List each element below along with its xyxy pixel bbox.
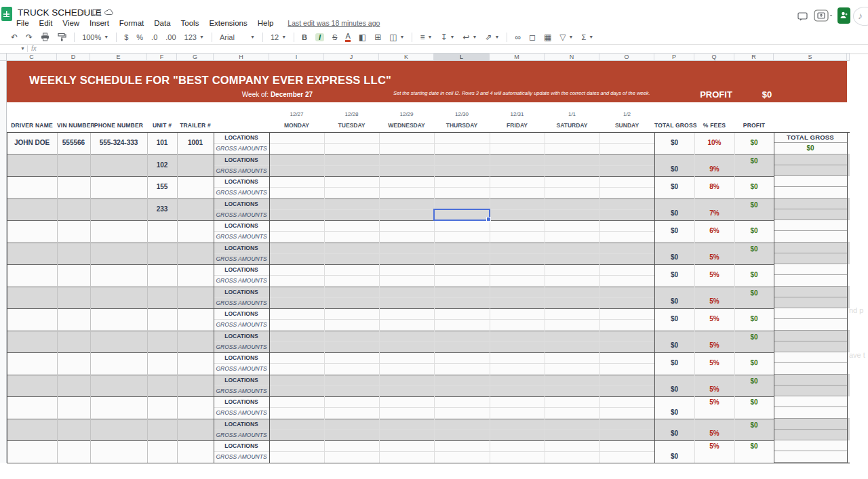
- selected-cell[interactable]: [433, 209, 490, 221]
- cell-right-total-gross-empty[interactable]: [774, 297, 847, 308]
- cell-right-total-gross-empty[interactable]: [774, 209, 847, 220]
- header-date-tuesday: 12/28: [324, 111, 379, 118]
- header-day-saturday: SATURDAY: [545, 121, 599, 130]
- cell-right-total-gross-empty[interactable]: [774, 253, 847, 264]
- column-header-L[interactable]: L: [434, 53, 490, 61]
- cell-right-total-gross-empty[interactable]: [774, 308, 847, 319]
- column-header-D[interactable]: D: [57, 53, 90, 61]
- cell-total-gross: $0: [654, 308, 694, 331]
- cell-right-total-gross-empty[interactable]: [774, 430, 847, 440]
- cell-profit: $0: [734, 332, 774, 342]
- cell-right-total-gross-empty[interactable]: [774, 375, 847, 386]
- cell-right-total-gross-empty[interactable]: [774, 440, 847, 451]
- column-header-I[interactable]: I: [269, 53, 324, 61]
- cell-right-total-gross-empty[interactable]: [774, 243, 847, 253]
- gridline: [90, 132, 91, 463]
- header-date-friday: 12/31: [490, 111, 545, 118]
- gridline: [7, 199, 847, 199]
- row-header-strip[interactable]: [0, 61, 7, 463]
- column-header-E[interactable]: E: [90, 53, 147, 61]
- cell-profit: $0: [734, 132, 774, 154]
- cell-right-total-gross-empty[interactable]: [774, 199, 847, 209]
- selection-fill-handle[interactable]: [486, 217, 491, 222]
- header-date-sunday: 1/2: [599, 111, 654, 118]
- header-day-friday: FRIDAY: [490, 121, 545, 130]
- gridline: [654, 132, 655, 463]
- week-of-label: Week of:: [242, 91, 269, 98]
- cell-profit: $0: [734, 220, 774, 243]
- week-of-value: December 27: [271, 91, 313, 98]
- cell-right-total-gross-header[interactable]: TOTAL GROSS: [774, 132, 847, 143]
- cell-gross-amounts-label: GROSS AMOUNTS: [214, 386, 269, 396]
- cell-gross-amounts-label: GROSS AMOUNTS: [214, 165, 269, 176]
- cell-locations-label: LOCATIONS: [214, 440, 269, 451]
- cell-right-total-gross-empty[interactable]: [774, 451, 847, 462]
- gridline: [57, 132, 58, 463]
- cell-right-total-gross-empty[interactable]: [774, 176, 847, 187]
- cell-total-gross: $0: [654, 451, 694, 462]
- cell-right-total-gross-empty[interactable]: [774, 396, 847, 407]
- cell-locations-label: LOCATIONS: [214, 199, 269, 209]
- cell-right-total-gross-empty[interactable]: [774, 220, 847, 231]
- column-header-F[interactable]: F: [147, 53, 177, 61]
- cell-locations-label: LOCATIONS: [214, 308, 269, 319]
- spreadsheet-grid: CDEFGHIJKLMNOPQRSWEEKLY SCHEDULE FOR "BE…: [0, 0, 868, 479]
- gridline: [7, 264, 847, 265]
- column-header-M[interactable]: M: [490, 53, 545, 61]
- cell-gross-amounts-label: GROSS AMOUNTS: [214, 297, 269, 308]
- cell-total-gross: $0: [654, 296, 694, 306]
- column-header-R[interactable]: R: [734, 53, 774, 61]
- cell-right-total-gross-empty[interactable]: [774, 154, 847, 165]
- cell-unit-number: 233: [147, 199, 177, 221]
- gridline: [7, 463, 850, 463]
- column-header-N[interactable]: N: [545, 53, 599, 61]
- cell-profit: $0: [734, 288, 774, 298]
- banner-note: Set the starting date in cell I2. Rows 3…: [393, 89, 624, 97]
- cell-right-total-gross-empty[interactable]: [774, 287, 847, 297]
- cell-right-total-gross-empty[interactable]: [774, 407, 847, 418]
- gridline: [7, 352, 847, 353]
- banner-week-of: Week of: December 27: [210, 90, 345, 99]
- cell-right-total-gross-empty[interactable]: [774, 352, 847, 363]
- gridline: [545, 132, 545, 463]
- cell-right-total-gross-empty[interactable]: [774, 275, 847, 286]
- column-header-G[interactable]: G: [177, 53, 214, 61]
- cell-profit: $0: [734, 352, 774, 375]
- cell-right-total-gross-empty[interactable]: [774, 419, 847, 430]
- column-header-P[interactable]: P: [654, 53, 694, 61]
- banner-profit-label: PROFIT: [688, 89, 745, 101]
- cell-right-total-gross-empty[interactable]: [774, 386, 847, 396]
- cell-right-total-gross-empty[interactable]: [774, 264, 847, 275]
- cell-right-total-gross-empty[interactable]: [774, 363, 847, 374]
- header-trailer-: TRAILER #: [177, 121, 214, 130]
- gridline: [7, 375, 847, 375]
- cell-profit: $0: [734, 156, 774, 166]
- cell-right-total-gross-empty[interactable]: [774, 165, 847, 176]
- cell-profit: $0: [734, 176, 774, 199]
- column-header-K[interactable]: K: [379, 53, 434, 61]
- column-header-O[interactable]: O: [599, 53, 654, 61]
- gridline: [7, 308, 847, 309]
- cell-right-total-gross-empty[interactable]: [774, 187, 847, 198]
- cell-right-total-gross-empty[interactable]: [774, 319, 847, 330]
- gridline: [694, 132, 695, 463]
- grid-corner[interactable]: [0, 53, 7, 61]
- cell-unit-number: 155: [147, 176, 177, 199]
- column-header-H[interactable]: H: [214, 53, 269, 61]
- cell-right-total-gross-empty[interactable]: [774, 341, 847, 352]
- cell-right-total-gross-empty[interactable]: [774, 331, 847, 341]
- column-header-S[interactable]: S: [774, 53, 847, 61]
- cell-fees-percent: 5%: [694, 252, 734, 262]
- column-header-J[interactable]: J: [324, 53, 379, 61]
- cell-locations-label: LOCATIONS: [214, 375, 269, 386]
- cell-locations-label: LOCATIONS: [214, 220, 269, 231]
- header-day-sunday: SUNDAY: [599, 121, 654, 130]
- gridline: [7, 396, 847, 397]
- cell-profit: $0: [734, 200, 774, 210]
- cell-right-total-gross-empty[interactable]: [774, 231, 847, 242]
- cell-gross-amounts-label: GROSS AMOUNTS: [214, 275, 269, 286]
- cell-right-total-gross-value[interactable]: $0: [774, 143, 847, 154]
- column-header-Q[interactable]: Q: [694, 53, 734, 61]
- column-header-C[interactable]: C: [7, 53, 57, 61]
- header-day-monday: MONDAY: [269, 121, 324, 130]
